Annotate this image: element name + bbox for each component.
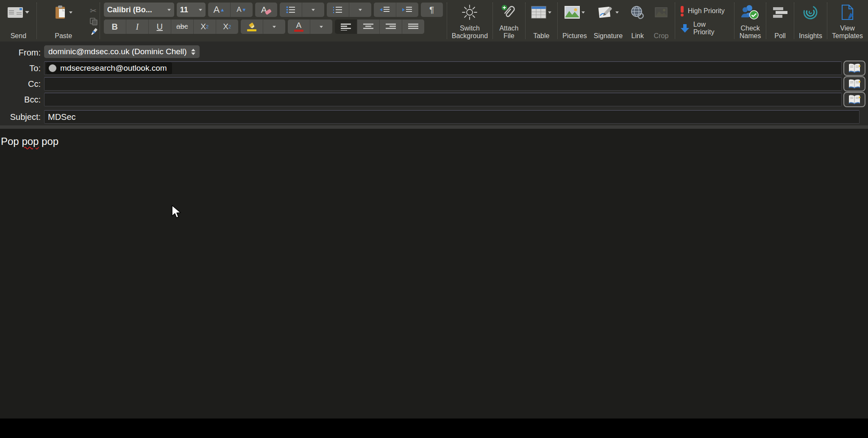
decrease-indent-icon bbox=[380, 6, 390, 14]
increase-indent-button[interactable] bbox=[396, 3, 418, 17]
pictures-caret-icon[interactable] bbox=[581, 11, 585, 14]
message-body[interactable]: Pop pop pop bbox=[0, 129, 868, 419]
crop-label: Crop bbox=[654, 32, 669, 40]
group-divider bbox=[827, 3, 827, 39]
address-book-icon bbox=[848, 79, 861, 89]
clipboard-small-buttons: ✂ bbox=[90, 0, 98, 42]
template-document-icon bbox=[840, 4, 855, 20]
to-label: To: bbox=[0, 64, 41, 73]
superscript-button[interactable]: X2 bbox=[216, 19, 238, 34]
highlight-color-caret[interactable] bbox=[263, 19, 285, 34]
recipient-chip[interactable]: mdsecresearch@outlook.com bbox=[46, 62, 172, 74]
body-text: Pop pop pop bbox=[1, 136, 58, 147]
paste-button[interactable]: Paste bbox=[38, 0, 89, 42]
format-painter-icon[interactable] bbox=[90, 28, 98, 36]
crop-button: Crop bbox=[649, 0, 673, 42]
group-divider bbox=[447, 3, 447, 39]
message-header-fields: From: dominic@mdsec.co.uk (Dominic Chell… bbox=[0, 42, 868, 126]
grow-font-button[interactable]: A▲ bbox=[208, 3, 231, 17]
link-button[interactable]: Link bbox=[626, 0, 649, 42]
bcc-address-book-button[interactable] bbox=[843, 92, 865, 107]
highlight-color-button[interactable] bbox=[241, 19, 263, 34]
subscript-button[interactable]: X2 bbox=[194, 19, 216, 34]
font-name-caret-icon bbox=[167, 9, 171, 11]
group-divider bbox=[36, 3, 37, 39]
globe-link-icon bbox=[629, 5, 645, 19]
table-button[interactable]: Table bbox=[527, 0, 556, 42]
recipient-chip-label: mdsecresearch@outlook.com bbox=[60, 64, 167, 73]
subject-label: Subject: bbox=[0, 112, 41, 122]
bcc-label: Bcc: bbox=[0, 95, 41, 105]
bold-button[interactable]: B bbox=[104, 19, 126, 34]
from-dropdown[interactable]: dominic@mdsec.co.uk (Dominic Chell) bbox=[44, 45, 200, 58]
font-name-value: Calibri (Bo... bbox=[107, 6, 152, 14]
link-label: Link bbox=[632, 32, 644, 40]
mouse-cursor bbox=[171, 205, 182, 219]
clipboard-group: Paste ✂ bbox=[38, 0, 98, 42]
group-divider bbox=[525, 3, 526, 39]
cc-label: Cc: bbox=[0, 79, 41, 89]
from-value: dominic@mdsec.co.uk (Dominic Chell) bbox=[48, 47, 187, 56]
insights-label: Insights bbox=[799, 32, 822, 40]
bullet-list-icon bbox=[286, 6, 295, 14]
decrease-indent-button[interactable] bbox=[374, 3, 396, 17]
to-input[interactable]: mdsecresearch@outlook.com bbox=[44, 61, 842, 75]
outlook-compose-window: Send Paste bbox=[0, 0, 868, 438]
clear-formatting-button[interactable]: A bbox=[255, 3, 277, 17]
align-right-icon bbox=[386, 23, 396, 30]
check-names-button[interactable]: Check Names bbox=[736, 0, 765, 42]
table-caret-icon[interactable] bbox=[548, 11, 551, 14]
table-icon bbox=[531, 6, 546, 19]
send-button[interactable]: Send bbox=[2, 0, 35, 42]
insights-button[interactable]: Insights bbox=[796, 0, 826, 42]
font-color-button[interactable]: A bbox=[288, 19, 310, 34]
align-left-button[interactable] bbox=[335, 19, 357, 34]
signature-caret-icon[interactable] bbox=[615, 11, 619, 14]
subject-input[interactable]: MDSec bbox=[44, 110, 860, 124]
underline-button[interactable]: U bbox=[149, 19, 171, 34]
switch-background-button[interactable]: Switch Background bbox=[448, 0, 491, 42]
send-dropdown-caret-icon[interactable] bbox=[25, 11, 29, 14]
font-size-value: 11 bbox=[180, 6, 188, 14]
poll-button[interactable]: Poll bbox=[768, 0, 793, 42]
shrink-font-button[interactable]: A▼ bbox=[231, 3, 253, 17]
ribbon-toolbar: Send Paste bbox=[0, 0, 868, 42]
strikethrough-button[interactable]: abc bbox=[171, 19, 194, 34]
bcc-input[interactable] bbox=[44, 93, 842, 106]
increase-indent-icon bbox=[402, 6, 412, 14]
group-divider bbox=[675, 3, 675, 39]
high-priority-button[interactable]: High Priority bbox=[681, 6, 729, 17]
cc-address-book-button[interactable] bbox=[843, 76, 865, 91]
numbered-list-button[interactable] bbox=[327, 3, 349, 17]
align-center-button[interactable] bbox=[357, 19, 380, 34]
cc-input[interactable] bbox=[44, 77, 842, 91]
group-divider bbox=[492, 3, 493, 39]
from-label: From: bbox=[0, 48, 41, 58]
view-templates-label: View Templates bbox=[832, 25, 863, 40]
poll-label: Poll bbox=[774, 32, 786, 40]
signature-pen-icon bbox=[598, 6, 614, 19]
low-priority-button[interactable]: Low Priority bbox=[681, 21, 729, 36]
font-color-caret[interactable] bbox=[310, 19, 332, 34]
font-size-combo[interactable]: 11 bbox=[177, 3, 206, 17]
pilcrow-button[interactable]: ¶ bbox=[421, 3, 443, 17]
window-bottom-edge bbox=[0, 419, 868, 438]
paste-dropdown-caret-icon[interactable] bbox=[69, 11, 72, 14]
to-address-book-button[interactable] bbox=[843, 61, 865, 76]
align-right-button[interactable] bbox=[380, 19, 402, 34]
italic-button[interactable]: I bbox=[126, 19, 149, 34]
justify-button[interactable] bbox=[402, 19, 424, 34]
signature-label: Signature bbox=[594, 32, 623, 40]
bullet-list-button[interactable] bbox=[280, 3, 302, 17]
view-templates-button[interactable]: View Templates bbox=[829, 0, 866, 42]
pictures-button[interactable]: Pictures bbox=[559, 0, 590, 42]
high-priority-icon bbox=[681, 6, 684, 17]
attach-file-button[interactable]: Attach File bbox=[494, 0, 523, 42]
bullet-list-caret[interactable] bbox=[302, 3, 324, 17]
font-name-combo[interactable]: Calibri (Bo... bbox=[104, 3, 174, 17]
signature-button[interactable]: Signature bbox=[590, 0, 626, 42]
body-word-misspelled: pop bbox=[22, 136, 39, 147]
numbered-list-caret[interactable] bbox=[349, 3, 371, 17]
paste-label: Paste bbox=[55, 32, 72, 40]
people-check-icon bbox=[741, 4, 760, 20]
